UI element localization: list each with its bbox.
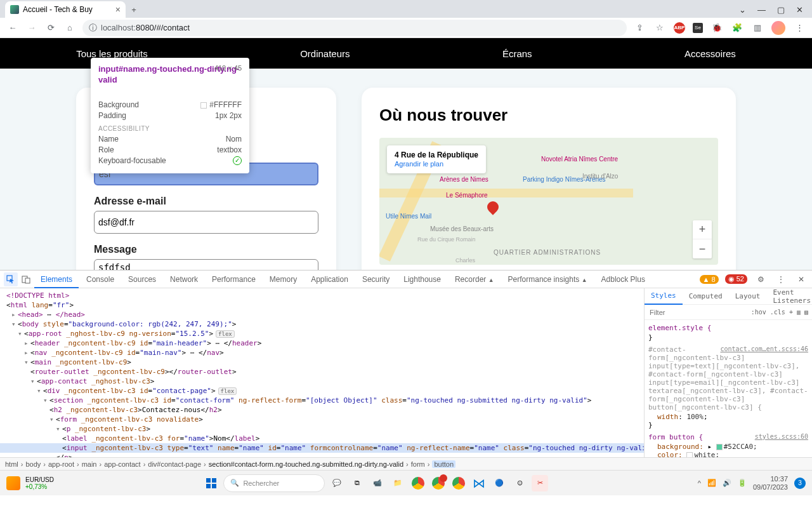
taskbar-search[interactable]: 🔍Rechercher: [223, 474, 325, 492]
site-info-icon[interactable]: ⓘ: [89, 22, 97, 34]
chrome-icon-3[interactable]: [450, 475, 467, 491]
nav-products[interactable]: Tous les produits: [63, 48, 160, 59]
new-tab-button[interactable]: +: [126, 1, 142, 18]
profile-avatar[interactable]: [771, 21, 785, 35]
tab-lighthouse[interactable]: Lighthouse: [397, 271, 447, 288]
devtools: Elements Console Sources Network Perform…: [0, 270, 812, 470]
snip-icon[interactable]: ✂: [532, 475, 548, 491]
back-button[interactable]: ←: [6, 22, 19, 34]
tab-elements[interactable]: Elements: [34, 271, 79, 288]
app-icon[interactable]: 📹: [369, 475, 386, 491]
devtools-close-icon[interactable]: ✕: [794, 272, 808, 286]
extensions-menu-icon[interactable]: 🧩: [731, 22, 743, 34]
dom-breadcrumb[interactable]: html › body › app-root › main › app-cont…: [0, 457, 812, 470]
tab-recorder[interactable]: Recorder ▲: [449, 271, 501, 288]
map-address: 4 Rue de la République: [395, 150, 478, 159]
tab-security[interactable]: Security: [356, 271, 396, 288]
app-icon-2[interactable]: 🔵: [491, 475, 508, 491]
browser-tab[interactable]: Accueil - Tech & Buy ×: [5, 1, 126, 18]
styles-tab-computed[interactable]: Computed: [683, 288, 729, 304]
styles-filter-input[interactable]: [648, 307, 747, 318]
start-button[interactable]: [203, 475, 219, 491]
tab-sources[interactable]: Sources: [122, 271, 162, 288]
task-view-icon[interactable]: ⧉: [349, 475, 365, 491]
devtools-menu-icon[interactable]: ⋮: [774, 272, 788, 286]
notification-badge[interactable]: 3: [794, 478, 806, 489]
map-pin-icon: [485, 199, 501, 215]
window-maximize-icon[interactable]: ▢: [777, 5, 785, 15]
vscode-icon[interactable]: ⋈: [471, 475, 487, 491]
tab-perf-insights[interactable]: Performance insights ▲: [502, 271, 594, 288]
tab-adblock[interactable]: Adblock Plus: [595, 271, 652, 288]
styles-tab-styles[interactable]: Styles: [645, 288, 683, 305]
warning-badge[interactable]: ▲ 8: [700, 275, 719, 284]
home-button[interactable]: ⌂: [63, 22, 76, 34]
inspector-tooltip: input#name.ng-touched.ng-dirty.ng-valid …: [91, 58, 249, 173]
inspect-element-icon[interactable]: [4, 272, 18, 286]
tooltip-padding-label: Padding: [98, 111, 126, 120]
cls-toggle[interactable]: .cls: [770, 309, 785, 316]
clock-widget[interactable]: 10:37 09/07/2023: [753, 475, 788, 490]
share-icon[interactable]: ⇪: [633, 22, 646, 34]
selenium-extension-icon[interactable]: Se: [693, 23, 703, 33]
error-badge[interactable]: ◉ 52: [725, 274, 747, 284]
new-style-icon[interactable]: +: [789, 309, 793, 316]
sound-icon[interactable]: 🔊: [723, 479, 731, 487]
selected-dom-node[interactable]: <input _ngcontent-lbv-c3 type="text" nam…: [0, 443, 644, 453]
styles-icon[interactable]: ▥: [797, 309, 801, 316]
window-minimize-icon[interactable]: —: [757, 5, 766, 15]
svg-rect-6: [212, 484, 216, 488]
window-controls: ⌄ — ▢ ✕: [739, 1, 812, 18]
tooltip-role-label: Role: [98, 145, 114, 154]
tab-close-icon[interactable]: ×: [115, 4, 121, 15]
tooltip-dimensions: 410 × 45: [214, 64, 242, 72]
app-icon-3[interactable]: ⊙: [511, 475, 528, 491]
side-panel-icon[interactable]: ▥: [751, 22, 764, 34]
device-toggle-icon[interactable]: [19, 272, 33, 286]
url-bar[interactable]: ⓘ localhost:8080/#/contact: [82, 20, 627, 36]
tab-memory[interactable]: Memory: [263, 271, 303, 288]
extension-icon[interactable]: 🐞: [710, 22, 723, 34]
battery-icon[interactable]: 🔋: [738, 479, 747, 487]
tab-performance[interactable]: Performance: [206, 271, 262, 288]
search-icon: 🔍: [230, 479, 239, 487]
chrome-icon[interactable]: [410, 475, 426, 491]
window-dropdown-icon[interactable]: ⌄: [739, 5, 746, 15]
tab-console[interactable]: Console: [80, 271, 121, 288]
chrome-icon-2[interactable]: [430, 475, 447, 491]
dom-tree[interactable]: <!DOCTYPE html> <html lang="fr"> ▸<head>…: [0, 288, 644, 457]
window-close-icon[interactable]: ✕: [796, 5, 803, 15]
tray-chevron-icon[interactable]: ^: [698, 479, 701, 487]
tooltip-role-value: textbox: [217, 145, 242, 154]
tab-application[interactable]: Application: [304, 271, 355, 288]
svg-rect-4: [212, 478, 216, 483]
map-enlarge-link[interactable]: Agrandir le plan: [395, 160, 443, 168]
chrome-menu-icon[interactable]: ⋮: [793, 22, 806, 34]
tab-network[interactable]: Network: [164, 271, 204, 288]
settings-icon[interactable]: ⚙: [754, 272, 768, 286]
reload-button[interactable]: ⟳: [44, 22, 57, 34]
abp-extension-icon[interactable]: ABP: [674, 22, 685, 34]
browser-toolbar: ← → ⟳ ⌂ ⓘ localhost:8080/#/contact ⇪ ☆ A…: [0, 18, 812, 38]
styles-tab-layout[interactable]: Layout: [729, 288, 767, 304]
wifi-icon[interactable]: 📶: [707, 479, 716, 487]
bookmark-icon[interactable]: ☆: [653, 22, 666, 34]
map-poi: QUARTIER ADMINISTRATIONS: [494, 249, 601, 256]
email-input[interactable]: [94, 211, 318, 234]
copilot-icon[interactable]: 💬: [329, 475, 345, 491]
styles-rules[interactable]: element.style { } contact.com…ent.scss:4…: [645, 320, 812, 457]
map-poi: Utile Nimes Mail: [386, 213, 431, 220]
embedded-map[interactable]: Arènes de Nimes Le Sémaphore Utile Nimes…: [379, 138, 718, 265]
map-zoom-in[interactable]: +: [693, 220, 712, 239]
hov-toggle[interactable]: :hov: [751, 309, 766, 316]
browser-tabstrip: Accueil - Tech & Buy × + ⌄ — ▢ ✕: [0, 0, 812, 18]
styles-icon2[interactable]: ▧: [804, 309, 808, 316]
nav-accessories[interactable]: Accessoires: [672, 48, 749, 59]
nav-screens[interactable]: Écrans: [490, 48, 545, 59]
explorer-icon[interactable]: 📁: [390, 475, 406, 491]
nav-computers[interactable]: Ordinateurs: [287, 48, 362, 59]
message-textarea[interactable]: sfdfsd: [94, 259, 318, 270]
map-zoom-out[interactable]: −: [693, 239, 712, 258]
currency-widget[interactable]: EUR/USD +0,73%: [25, 476, 54, 490]
weather-icon[interactable]: [6, 476, 20, 490]
